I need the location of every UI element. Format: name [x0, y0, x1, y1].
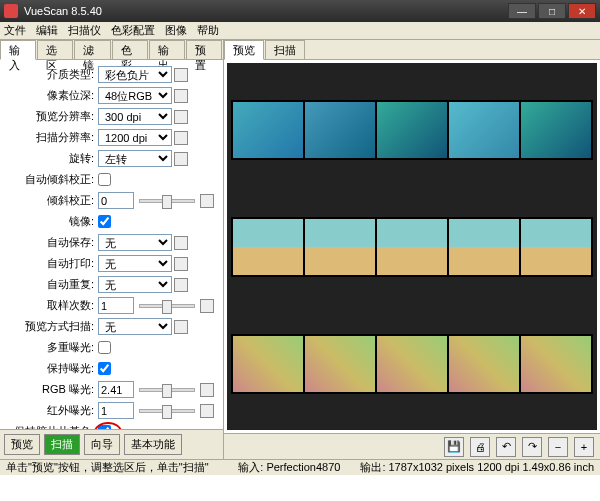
label-samples: 取样次数:: [6, 298, 98, 313]
close-button[interactable]: ✕: [568, 3, 596, 19]
slider-ir-exp[interactable]: [139, 409, 195, 413]
slider-skew[interactable]: [139, 199, 195, 203]
reset-samples[interactable]: [200, 299, 214, 313]
basic-button[interactable]: 基本功能: [124, 434, 182, 455]
select-preview-scan[interactable]: 无: [98, 318, 172, 335]
right-tabs: 预览 扫描: [224, 40, 600, 60]
maximize-button[interactable]: □: [538, 3, 566, 19]
label-scan-res: 扫描分辨率:: [6, 130, 98, 145]
left-tabs: 输入 选区 滤镜 色彩 输出 预置: [0, 40, 223, 60]
slider-rgb-exp[interactable]: [139, 388, 195, 392]
reset-rgb-exp[interactable]: [200, 383, 214, 397]
label-bit-depth: 像素位深:: [6, 88, 98, 103]
right-pane: 预览 扫描 💾 🖨 ↶ ↷ − +: [224, 40, 600, 459]
select-auto-save[interactable]: 无: [98, 234, 172, 251]
tab-scan[interactable]: 扫描: [265, 40, 305, 59]
input-skew[interactable]: [98, 192, 134, 209]
reset-media-type[interactable]: [174, 68, 188, 82]
label-media-type: 介质类型:: [6, 67, 98, 82]
select-preview-res[interactable]: 300 dpi: [98, 108, 172, 125]
tab-input[interactable]: 输入: [0, 40, 36, 60]
film-strip-3: [231, 334, 593, 394]
reset-rotate[interactable]: [174, 152, 188, 166]
left-pane: 输入 选区 滤镜 色彩 输出 预置 介质类型:彩色负片 像素位深:48位RGB …: [0, 40, 224, 459]
label-keep-film-base: 保持胶片片基色:: [6, 424, 98, 429]
preview-area[interactable]: [227, 63, 597, 430]
reset-bit-depth[interactable]: [174, 89, 188, 103]
checkbox-keep-exp[interactable]: [98, 362, 111, 375]
reset-auto-repeat[interactable]: [174, 278, 188, 292]
label-rgb-exp: RGB 曝光:: [6, 382, 98, 397]
reset-ir-exp[interactable]: [200, 404, 214, 418]
label-ir-exp: 红外曝光:: [6, 403, 98, 418]
reset-skew[interactable]: [200, 194, 214, 208]
select-bit-depth[interactable]: 48位RGB: [98, 87, 172, 104]
preview-button[interactable]: 预览: [4, 434, 40, 455]
tab-filter[interactable]: 滤镜: [74, 40, 110, 59]
input-samples[interactable]: [98, 297, 134, 314]
slider-samples[interactable]: [139, 304, 195, 308]
label-skew: 倾斜校正:: [6, 193, 98, 208]
film-strip-1: [231, 100, 593, 160]
tab-color[interactable]: 色彩: [112, 40, 148, 59]
checkbox-multi-exp[interactable]: [98, 341, 111, 354]
minimize-button[interactable]: —: [508, 3, 536, 19]
tab-crop[interactable]: 选区: [37, 40, 73, 59]
checkbox-auto-skew[interactable]: [98, 173, 111, 186]
label-keep-exp: 保持曝光:: [6, 361, 98, 376]
app-icon: [4, 4, 18, 18]
tab-output[interactable]: 输出: [149, 40, 185, 59]
checkbox-mirror[interactable]: [98, 215, 111, 228]
select-rotate[interactable]: 左转: [98, 150, 172, 167]
label-auto-save: 自动保存:: [6, 235, 98, 250]
film-strip-2: [231, 217, 593, 277]
print-icon[interactable]: 🖨: [470, 437, 490, 457]
menu-bar: 文件 编辑 扫描仪 色彩配置 图像 帮助: [0, 22, 600, 40]
label-preview-scan: 预览方式扫描:: [6, 319, 98, 334]
zoom-out-icon[interactable]: −: [548, 437, 568, 457]
label-auto-print: 自动打印:: [6, 256, 98, 271]
rotate-right-icon[interactable]: ↷: [522, 437, 542, 457]
guide-button[interactable]: 向导: [84, 434, 120, 455]
reset-auto-print[interactable]: [174, 257, 188, 271]
menu-file[interactable]: 文件: [4, 23, 26, 38]
label-preview-res: 预览分辨率:: [6, 109, 98, 124]
bottom-toolbar: 💾 🖨 ↶ ↷ − +: [224, 433, 600, 459]
reset-preview-res[interactable]: [174, 110, 188, 124]
menu-scanner[interactable]: 扫描仪: [68, 23, 101, 38]
reset-preview-scan[interactable]: [174, 320, 188, 334]
zoom-in-icon[interactable]: +: [574, 437, 594, 457]
label-mirror: 镜像:: [6, 214, 98, 229]
status-output: 输出: 1787x1032 pixels 1200 dpi 1.49x0.86 …: [360, 460, 594, 475]
scan-button[interactable]: 扫描: [44, 434, 80, 455]
label-auto-repeat: 自动重复:: [6, 277, 98, 292]
status-bar: 单击"预览"按钮，调整选区后，单击"扫描" 输入: Perfection4870…: [0, 459, 600, 475]
window-titlebar: VueScan 8.5.40 — □ ✕: [0, 0, 600, 22]
rotate-left-icon[interactable]: ↶: [496, 437, 516, 457]
select-scan-res[interactable]: 1200 dpi: [98, 129, 172, 146]
menu-image[interactable]: 图像: [165, 23, 187, 38]
tab-prefs[interactable]: 预置: [186, 40, 222, 59]
label-multi-exp: 多重曝光:: [6, 340, 98, 355]
label-rotate: 旋转:: [6, 151, 98, 166]
status-hint: 单击"预览"按钮，调整选区后，单击"扫描": [6, 460, 238, 475]
select-auto-print[interactable]: 无: [98, 255, 172, 272]
save-icon[interactable]: 💾: [444, 437, 464, 457]
menu-color[interactable]: 色彩配置: [111, 23, 155, 38]
reset-auto-save[interactable]: [174, 236, 188, 250]
left-button-bar: 预览 扫描 向导 基本功能: [0, 429, 223, 459]
tab-preview[interactable]: 预览: [224, 40, 264, 60]
input-ir-exp[interactable]: [98, 402, 134, 419]
input-rgb-exp[interactable]: [98, 381, 134, 398]
window-title: VueScan 8.5.40: [24, 5, 508, 17]
select-media-type[interactable]: 彩色负片: [98, 66, 172, 83]
menu-edit[interactable]: 编辑: [36, 23, 58, 38]
status-input: 输入: Perfection4870: [238, 460, 340, 475]
select-auto-repeat[interactable]: 无: [98, 276, 172, 293]
checkbox-keep-film-base[interactable]: [98, 425, 111, 429]
reset-scan-res[interactable]: [174, 131, 188, 145]
settings-panel: 介质类型:彩色负片 像素位深:48位RGB 预览分辨率:300 dpi 扫描分辨…: [0, 60, 223, 429]
label-auto-skew: 自动倾斜校正:: [6, 172, 98, 187]
menu-help[interactable]: 帮助: [197, 23, 219, 38]
